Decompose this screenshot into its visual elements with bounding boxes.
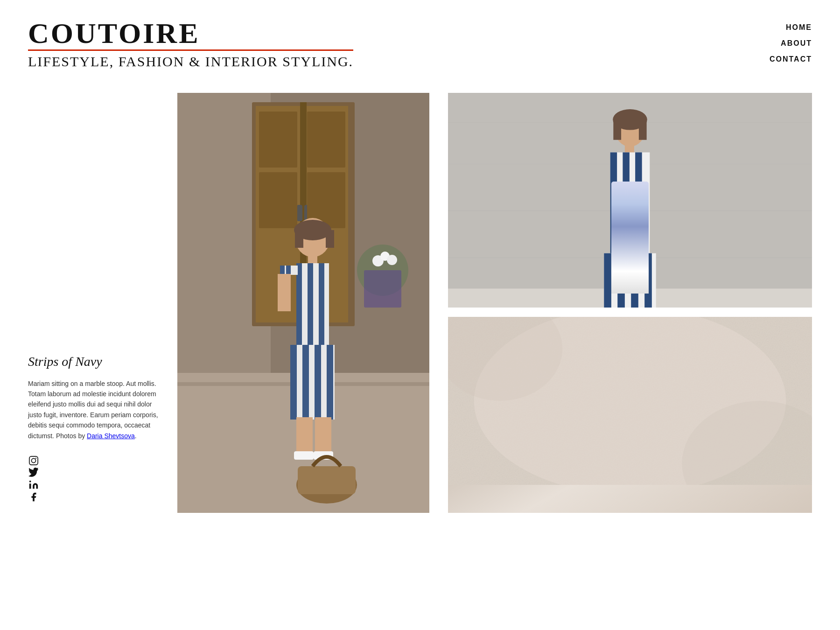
svg-rect-14 — [259, 172, 297, 228]
svg-rect-62 — [623, 152, 629, 256]
svg-point-1 — [31, 458, 35, 462]
social-icons — [28, 455, 163, 504]
svg-rect-58 — [639, 118, 647, 140]
center-photo — [177, 93, 429, 513]
svg-point-4 — [29, 481, 31, 483]
svg-rect-43 — [315, 417, 331, 455]
svg-rect-61 — [610, 152, 617, 256]
svg-rect-39 — [302, 345, 309, 420]
svg-rect-63 — [635, 152, 642, 256]
post-title: Strips of Navy — [28, 354, 163, 369]
right-bottom-image — [448, 317, 812, 513]
svg-rect-0 — [29, 456, 38, 465]
post-description: Mariam sitting on a marble stoop. Aut mo… — [28, 378, 163, 441]
right-column — [429, 93, 812, 513]
svg-rect-34 — [280, 266, 285, 275]
header: COUTOIRE LIFESTYLE, FASHION & INTERIOR S… — [0, 0, 840, 79]
right-top-image — [448, 93, 812, 308]
twitter-row — [28, 467, 163, 478]
svg-point-2 — [35, 458, 36, 459]
svg-rect-32 — [319, 263, 324, 347]
svg-rect-31 — [308, 263, 313, 347]
svg-rect-47 — [298, 466, 356, 494]
svg-rect-26 — [295, 230, 303, 248]
svg-rect-66 — [617, 253, 625, 308]
facebook-icon[interactable] — [28, 491, 39, 503]
photographer-link[interactable]: Daria Shevtsova — [87, 432, 135, 440]
svg-rect-11 — [297, 205, 302, 221]
svg-rect-44 — [294, 451, 314, 460]
svg-rect-57 — [613, 118, 621, 140]
svg-rect-27 — [326, 230, 334, 248]
main-nav: HOME ABOUT CONTACT — [770, 19, 812, 63]
logo-block: COUTOIRE LIFESTYLE, FASHION & INTERIOR S… — [28, 19, 353, 70]
svg-rect-15 — [307, 112, 345, 168]
linkedin-row — [28, 479, 163, 490]
svg-rect-41 — [327, 345, 333, 420]
nav-contact[interactable]: CONTACT — [770, 55, 812, 63]
svg-rect-18 — [364, 270, 401, 308]
svg-rect-40 — [315, 345, 321, 420]
svg-rect-3 — [29, 483, 31, 489]
instagram-row — [28, 455, 163, 466]
linkedin-icon[interactable] — [28, 479, 39, 490]
left-sidebar: Strips of Navy Mariam sitting on a marbl… — [28, 93, 177, 513]
nav-about[interactable]: ABOUT — [781, 39, 812, 48]
logo-title: COUTOIRE — [28, 19, 353, 51]
svg-rect-68 — [644, 253, 652, 308]
svg-rect-35 — [286, 266, 291, 275]
instagram-icon[interactable] — [28, 455, 39, 466]
svg-rect-53 — [448, 258, 812, 258]
twitter-icon[interactable] — [28, 467, 39, 478]
svg-rect-30 — [296, 263, 302, 347]
center-image-container — [177, 93, 429, 513]
facebook-row — [28, 491, 163, 503]
svg-rect-65 — [604, 253, 611, 308]
svg-rect-52 — [448, 210, 812, 211]
main-content: Strips of Navy Mariam sitting on a marbl… — [0, 79, 840, 541]
logo-subtitle: LIFESTYLE, FASHION & INTERIOR STYLING. — [28, 54, 353, 70]
svg-rect-42 — [296, 417, 313, 455]
svg-point-21 — [387, 255, 397, 265]
svg-rect-36 — [278, 274, 291, 311]
svg-rect-67 — [631, 253, 638, 308]
svg-rect-13 — [259, 112, 297, 168]
nav-home[interactable]: HOME — [786, 23, 812, 32]
svg-rect-38 — [290, 345, 297, 420]
